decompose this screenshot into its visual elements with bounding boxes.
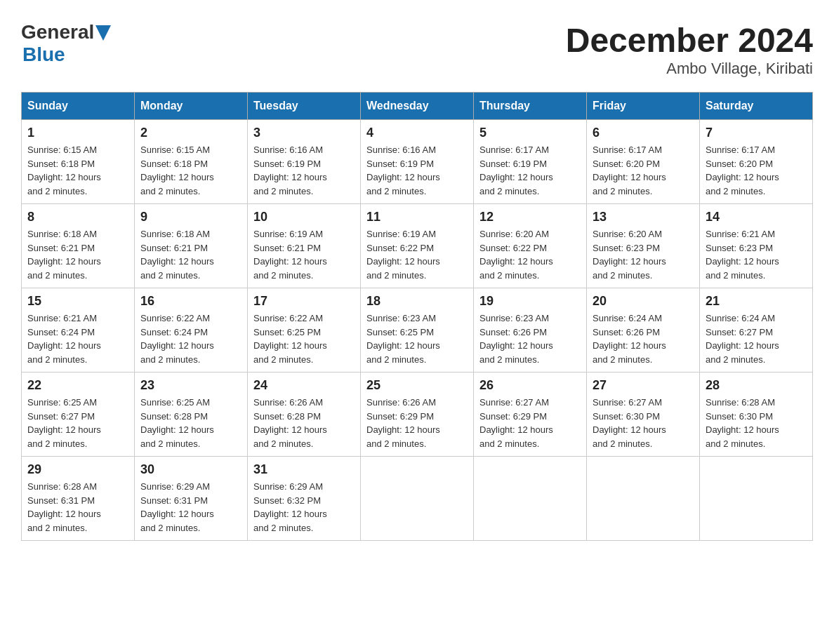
calendar-day-cell: 23 Sunrise: 6:25 AMSunset: 6:28 PMDaylig…: [135, 373, 248, 457]
day-number: 7: [706, 126, 807, 140]
day-number: 4: [366, 126, 468, 140]
day-info: Sunrise: 6:29 AMSunset: 6:32 PMDaylight:…: [253, 481, 327, 533]
calendar-day-cell: 12 Sunrise: 6:20 AMSunset: 6:22 PMDaylig…: [474, 204, 587, 288]
page-header: General Blue December 2024 Ambo Village,…: [21, 21, 813, 78]
calendar-day-cell: 15 Sunrise: 6:21 AMSunset: 6:24 PMDaylig…: [22, 288, 135, 373]
calendar-day-cell: 24 Sunrise: 6:26 AMSunset: 6:28 PMDaylig…: [248, 373, 361, 457]
calendar-day-cell: [587, 457, 700, 541]
calendar-day-cell: 19 Sunrise: 6:23 AMSunset: 6:26 PMDaylig…: [474, 288, 587, 373]
day-number: 14: [706, 210, 807, 224]
calendar-day-cell: 16 Sunrise: 6:22 AMSunset: 6:24 PMDaylig…: [135, 288, 248, 373]
day-info: Sunrise: 6:19 AMSunset: 6:22 PMDaylight:…: [366, 229, 440, 281]
day-number: 24: [253, 378, 355, 393]
calendar-day-cell: 2 Sunrise: 6:15 AMSunset: 6:18 PMDayligh…: [135, 120, 248, 204]
day-info: Sunrise: 6:28 AMSunset: 6:30 PMDaylight:…: [706, 397, 779, 449]
calendar-week-row: 8 Sunrise: 6:18 AMSunset: 6:21 PMDayligh…: [22, 204, 813, 288]
day-info: Sunrise: 6:26 AMSunset: 6:29 PMDaylight:…: [366, 397, 440, 449]
day-number: 25: [366, 378, 468, 393]
calendar-day-cell: 11 Sunrise: 6:19 AMSunset: 6:22 PMDaylig…: [361, 204, 474, 288]
calendar-subtitle: Ambo Village, Kiribati: [566, 60, 813, 78]
day-info: Sunrise: 6:22 AMSunset: 6:25 PMDaylight:…: [253, 313, 327, 365]
day-info: Sunrise: 6:21 AMSunset: 6:23 PMDaylight:…: [706, 229, 779, 281]
day-number: 6: [593, 126, 694, 140]
day-number: 22: [27, 378, 128, 393]
day-info: Sunrise: 6:25 AMSunset: 6:28 PMDaylight:…: [140, 397, 214, 449]
day-number: 2: [140, 126, 241, 140]
day-info: Sunrise: 6:19 AMSunset: 6:21 PMDaylight:…: [253, 229, 327, 281]
calendar-day-cell: 13 Sunrise: 6:20 AMSunset: 6:23 PMDaylig…: [587, 204, 700, 288]
calendar-day-cell: 20 Sunrise: 6:24 AMSunset: 6:26 PMDaylig…: [587, 288, 700, 373]
logo: General Blue: [21, 21, 111, 66]
day-number: 21: [706, 294, 807, 309]
day-number: 8: [27, 210, 128, 224]
calendar-week-row: 1 Sunrise: 6:15 AMSunset: 6:18 PMDayligh…: [22, 120, 813, 204]
day-info: Sunrise: 6:29 AMSunset: 6:31 PMDaylight:…: [140, 481, 214, 533]
calendar-day-cell: 6 Sunrise: 6:17 AMSunset: 6:20 PMDayligh…: [587, 120, 700, 204]
calendar-day-cell: 17 Sunrise: 6:22 AMSunset: 6:25 PMDaylig…: [248, 288, 361, 373]
day-info: Sunrise: 6:24 AMSunset: 6:26 PMDaylight:…: [593, 313, 666, 365]
day-info: Sunrise: 6:20 AMSunset: 6:22 PMDaylight:…: [479, 229, 553, 281]
day-info: Sunrise: 6:21 AMSunset: 6:24 PMDaylight:…: [27, 313, 101, 365]
day-number: 29: [27, 462, 128, 477]
calendar-day-cell: 8 Sunrise: 6:18 AMSunset: 6:21 PMDayligh…: [22, 204, 135, 288]
day-info: Sunrise: 6:15 AMSunset: 6:18 PMDaylight:…: [27, 145, 101, 196]
day-number: 17: [253, 294, 355, 309]
calendar-day-cell: 3 Sunrise: 6:16 AMSunset: 6:19 PMDayligh…: [248, 120, 361, 204]
calendar-day-cell: 28 Sunrise: 6:28 AMSunset: 6:30 PMDaylig…: [700, 373, 813, 457]
day-header-sunday: Sunday: [22, 93, 135, 120]
day-header-thursday: Thursday: [474, 93, 587, 120]
logo-general-text: General: [21, 21, 94, 43]
calendar-week-row: 22 Sunrise: 6:25 AMSunset: 6:27 PMDaylig…: [22, 373, 813, 457]
calendar-week-row: 15 Sunrise: 6:21 AMSunset: 6:24 PMDaylig…: [22, 288, 813, 373]
day-number: 31: [253, 462, 355, 477]
svg-marker-0: [95, 25, 111, 41]
calendar-header-row: SundayMondayTuesdayWednesdayThursdayFrid…: [22, 93, 813, 120]
logo-blue-text: Blue: [22, 43, 65, 66]
day-number: 5: [479, 126, 581, 140]
calendar-day-cell: [361, 457, 474, 541]
day-info: Sunrise: 6:17 AMSunset: 6:19 PMDaylight:…: [479, 145, 553, 196]
day-number: 19: [479, 294, 581, 309]
calendar-day-cell: 31 Sunrise: 6:29 AMSunset: 6:32 PMDaylig…: [248, 457, 361, 541]
day-number: 10: [253, 210, 355, 224]
day-number: 18: [366, 294, 468, 309]
day-header-saturday: Saturday: [700, 93, 813, 120]
day-number: 30: [140, 462, 241, 477]
calendar-day-cell: 10 Sunrise: 6:19 AMSunset: 6:21 PMDaylig…: [248, 204, 361, 288]
calendar-week-row: 29 Sunrise: 6:28 AMSunset: 6:31 PMDaylig…: [22, 457, 813, 541]
day-number: 27: [593, 378, 694, 393]
day-header-monday: Monday: [135, 93, 248, 120]
calendar-day-cell: 25 Sunrise: 6:26 AMSunset: 6:29 PMDaylig…: [361, 373, 474, 457]
day-header-tuesday: Tuesday: [248, 93, 361, 120]
day-info: Sunrise: 6:28 AMSunset: 6:31 PMDaylight:…: [27, 481, 101, 533]
calendar-day-cell: 5 Sunrise: 6:17 AMSunset: 6:19 PMDayligh…: [474, 120, 587, 204]
day-header-friday: Friday: [587, 93, 700, 120]
calendar-title: December 2024: [566, 21, 813, 60]
day-number: 13: [593, 210, 694, 224]
calendar-day-cell: [474, 457, 587, 541]
logo-arrow-icon: [95, 25, 111, 41]
day-number: 23: [140, 378, 241, 393]
day-number: 12: [479, 210, 581, 224]
calendar-day-cell: 30 Sunrise: 6:29 AMSunset: 6:31 PMDaylig…: [135, 457, 248, 541]
day-number: 26: [479, 378, 581, 393]
calendar-day-cell: [700, 457, 813, 541]
calendar-day-cell: 1 Sunrise: 6:15 AMSunset: 6:18 PMDayligh…: [22, 120, 135, 204]
day-info: Sunrise: 6:16 AMSunset: 6:19 PMDaylight:…: [253, 145, 327, 196]
calendar-day-cell: 26 Sunrise: 6:27 AMSunset: 6:29 PMDaylig…: [474, 373, 587, 457]
day-number: 11: [366, 210, 468, 224]
day-number: 28: [706, 378, 807, 393]
calendar-day-cell: 4 Sunrise: 6:16 AMSunset: 6:19 PMDayligh…: [361, 120, 474, 204]
calendar-table: SundayMondayTuesdayWednesdayThursdayFrid…: [21, 92, 813, 541]
day-info: Sunrise: 6:17 AMSunset: 6:20 PMDaylight:…: [593, 145, 666, 196]
day-number: 9: [140, 210, 241, 224]
calendar-day-cell: 21 Sunrise: 6:24 AMSunset: 6:27 PMDaylig…: [700, 288, 813, 373]
calendar-day-cell: 9 Sunrise: 6:18 AMSunset: 6:21 PMDayligh…: [135, 204, 248, 288]
day-info: Sunrise: 6:18 AMSunset: 6:21 PMDaylight:…: [140, 229, 214, 281]
day-info: Sunrise: 6:27 AMSunset: 6:30 PMDaylight:…: [593, 397, 666, 449]
day-info: Sunrise: 6:18 AMSunset: 6:21 PMDaylight:…: [27, 229, 101, 281]
day-header-wednesday: Wednesday: [361, 93, 474, 120]
day-info: Sunrise: 6:23 AMSunset: 6:25 PMDaylight:…: [366, 313, 440, 365]
day-number: 20: [593, 294, 694, 309]
calendar-day-cell: 29 Sunrise: 6:28 AMSunset: 6:31 PMDaylig…: [22, 457, 135, 541]
